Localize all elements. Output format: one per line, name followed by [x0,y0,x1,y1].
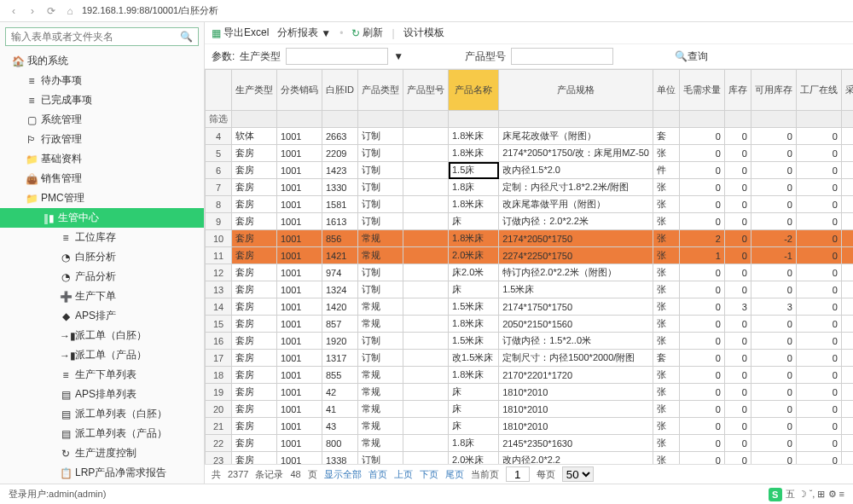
cell[interactable]: 张 [653,384,679,401]
table-row[interactable]: 18套房1001855常规1.8米床2170*2201*1720张00000 [206,367,854,384]
model-input[interactable] [511,48,613,65]
cell[interactable]: 套房 [232,264,277,281]
cell[interactable]: 0 [751,281,796,298]
cell[interactable]: 1.8米床 [449,145,499,162]
cell[interactable]: 0 [796,384,841,401]
cell[interactable]: 套房 [232,298,277,316]
sidebar-item[interactable]: ▤派工单列表（白胚） [0,404,204,424]
home-icon[interactable]: ⌂ [63,4,77,18]
filter-row[interactable]: 筛选 [206,111,854,128]
cell[interactable] [403,316,449,333]
cell[interactable]: 订制 [358,128,403,145]
cell[interactable]: 0 [679,145,724,162]
forward-icon[interactable]: › [26,4,39,18]
cell[interactable]: 0 [751,179,796,196]
cell[interactable]: 0 [796,418,841,435]
cell[interactable]: 订制 [358,452,403,465]
cell[interactable]: 1001 [277,196,322,213]
cell[interactable]: 1001 [277,384,322,401]
table-row[interactable]: 14套房10011420常规1.5米床2174*1750*1750张033043 [206,298,854,316]
cell[interactable]: 床尾花改做平（附图） [499,128,653,145]
table-row[interactable]: 7套房10011330订制1.8床定制：内径尺寸1.8*2.2米/附图张0000… [206,179,854,196]
cell[interactable]: 0 [679,179,724,196]
table-row[interactable]: 8套房10011581订制1.8米床改床尾靠做平用（附图）张00000 [206,196,854,213]
cell[interactable]: 0 [724,350,751,367]
cell[interactable] [841,384,853,401]
cell[interactable]: 0 [724,435,751,452]
page-size-select[interactable]: 50 [562,466,594,482]
cell[interactable] [403,452,449,465]
cell[interactable]: 订制 [358,333,403,350]
cell[interactable] [403,367,449,384]
column-header[interactable]: 工厂在线 [796,70,841,111]
cell[interactable]: 0 [751,264,796,281]
cell[interactable]: 1581 [322,196,358,213]
column-header[interactable]: 单位 [653,70,679,111]
cell[interactable] [841,452,853,465]
cell[interactable] [841,196,853,213]
cell[interactable]: 改床尾靠做平用（附图） [499,196,653,213]
cell[interactable]: 套房 [232,145,277,162]
cell[interactable] [841,281,853,298]
cell[interactable]: 常规 [358,435,403,452]
cell[interactable]: 0 [796,350,841,367]
cell[interactable]: 套房 [232,179,277,196]
cell[interactable]: 套房 [232,281,277,298]
cell[interactable]: 常规 [358,401,403,418]
cell[interactable]: 件 [653,162,679,179]
cell[interactable] [403,162,449,179]
cell[interactable]: 0 [724,213,751,230]
cell[interactable]: 0 [679,401,724,418]
cell[interactable] [841,162,853,179]
cell[interactable]: 3 [751,298,796,316]
cell[interactable]: 0 [679,333,724,350]
report-button[interactable]: 分析报表 ▼ [277,26,331,40]
table-row[interactable]: 15套房1001857常规1.8米床2050*2150*1560张000010 [206,316,854,333]
cell[interactable]: 2.0米床 [449,247,499,264]
cell[interactable] [403,196,449,213]
cell[interactable]: 套 [653,128,679,145]
cell[interactable]: 0 [724,281,751,298]
cell[interactable]: 1338 [322,452,358,465]
cell[interactable]: 订制 [358,196,403,213]
column-header[interactable]: 产品类型 [358,70,403,111]
cell[interactable]: -1 [751,247,796,264]
cell[interactable] [841,213,853,230]
cell[interactable]: 0 [751,384,796,401]
sidebar-item[interactable]: →▮派工单（白胚） [0,326,204,345]
cell[interactable]: 张 [653,333,679,350]
sidebar-item[interactable]: ≡工位库存 [0,228,204,247]
cell[interactable]: 常规 [358,298,403,316]
cell[interactable]: 0 [679,196,724,213]
cell[interactable]: 张 [653,196,679,213]
cell[interactable]: 床2.0米 [449,264,499,281]
cell[interactable] [841,230,853,247]
cell[interactable]: 张 [653,452,679,465]
cell[interactable]: 0 [679,316,724,333]
column-header[interactable]: 库存 [724,70,751,111]
cell[interactable]: 1001 [277,247,322,264]
show-all-button[interactable]: 显示全部 [324,468,362,481]
cell[interactable]: 套房 [232,384,277,401]
cell[interactable]: 1421 [322,247,358,264]
prev-page-button[interactable]: 上页 [394,468,413,481]
sidebar-item[interactable]: ▤APS排单列表 [0,385,204,404]
cell[interactable]: 0 [724,316,751,333]
tree-root[interactable]: 🏠 我的系统 [0,51,204,71]
cell[interactable]: 张 [653,179,679,196]
cell[interactable] [403,179,449,196]
column-header[interactable]: 产品规格 [499,70,653,111]
cell[interactable]: 1001 [277,162,322,179]
column-header[interactable]: 采购在途 [841,70,853,111]
cell[interactable] [403,333,449,350]
cell[interactable]: 1001 [277,418,322,435]
cell[interactable] [841,128,853,145]
cell[interactable]: 1420 [322,298,358,316]
cell[interactable]: 0 [796,162,841,179]
cell[interactable]: 0 [796,128,841,145]
cell[interactable]: 张 [653,213,679,230]
cell[interactable]: 0 [724,230,751,247]
cell[interactable]: 张 [653,145,679,162]
refresh-button[interactable]: ↻刷新 [351,26,383,40]
cell[interactable]: 常规 [358,418,403,435]
